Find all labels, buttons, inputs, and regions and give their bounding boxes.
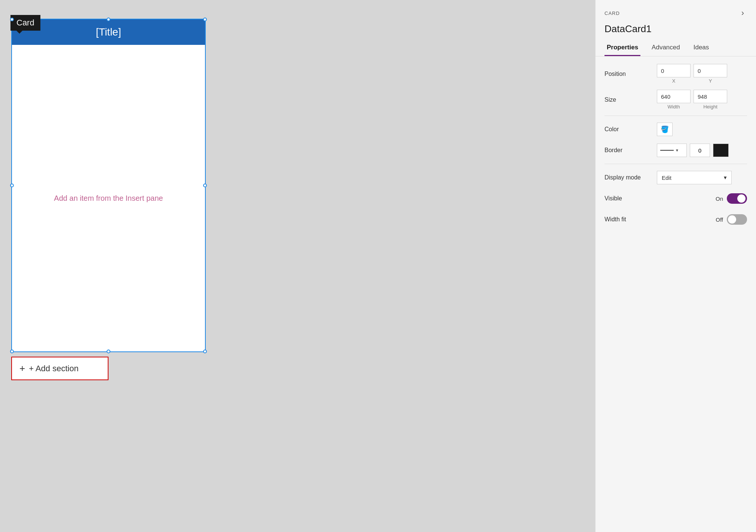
display-mode-chevron-icon: ▾	[724, 174, 727, 181]
size-controls: Width Height	[657, 90, 747, 110]
divider-1	[605, 116, 747, 116]
position-row: Position X Y	[605, 64, 747, 84]
position-x-input[interactable]	[657, 64, 691, 77]
size-width-label: Width	[657, 104, 691, 110]
card-title-bar: [Title]	[12, 19, 205, 45]
visible-label: Visible	[605, 195, 657, 202]
panel-component-name: DataCard1	[596, 22, 756, 40]
size-height-label: Height	[694, 104, 727, 110]
card-placeholder: Add an item from the Insert pane	[54, 194, 163, 203]
handle-mid-right[interactable]	[203, 184, 207, 187]
border-line-preview	[660, 150, 674, 151]
width-fit-controls: Off	[657, 214, 747, 225]
divider-2	[605, 164, 747, 164]
card-frame[interactable]: [Title] Add an item from the Insert pane	[11, 19, 206, 352]
width-fit-toggle-group: Off	[716, 214, 747, 225]
card-container: Card [Title] Add an item from the Insert…	[11, 19, 206, 380]
handle-bottom-left[interactable]	[10, 350, 14, 353]
visible-toggle-knob	[737, 194, 746, 203]
handle-bottom-center[interactable]	[107, 350, 110, 353]
border-label: Border	[605, 147, 657, 154]
right-panel: CARD › DataCard1 Properties Advanced Ide…	[595, 0, 756, 532]
border-chevron-icon: ▾	[676, 148, 678, 153]
position-controls: X Y	[657, 64, 747, 84]
tab-ideas[interactable]: Ideas	[691, 40, 711, 56]
position-x-group: X	[657, 64, 691, 84]
border-width-input[interactable]	[690, 144, 710, 157]
position-y-input[interactable]	[694, 64, 727, 77]
display-mode-label: Display mode	[605, 174, 657, 181]
width-fit-toggle-knob	[728, 215, 736, 224]
card-body: Add an item from the Insert pane	[12, 45, 205, 351]
color-row: Color 🪣	[605, 122, 747, 137]
width-fit-row: Width fit Off	[605, 212, 747, 227]
border-row: Border ▾	[605, 143, 747, 158]
size-height-group: Height	[694, 90, 727, 110]
position-y-label: Y	[694, 78, 727, 84]
size-width-input[interactable]	[657, 90, 691, 103]
canvas-area: Card [Title] Add an item from the Insert…	[0, 0, 595, 532]
width-fit-label: Width fit	[605, 216, 657, 223]
display-mode-select[interactable]: Edit ▾	[657, 171, 732, 184]
panel-card-type-label: CARD	[605, 10, 620, 16]
handle-bottom-right[interactable]	[203, 350, 207, 353]
position-x-label: X	[657, 78, 691, 84]
visible-toggle-group: On	[716, 193, 747, 204]
width-fit-state-label: Off	[716, 216, 723, 223]
color-controls: 🪣	[657, 123, 747, 136]
position-label: Position	[605, 71, 657, 77]
panel-tabs: Properties Advanced Ideas	[596, 40, 756, 56]
tab-advanced[interactable]: Advanced	[649, 40, 682, 56]
size-label: Size	[605, 96, 657, 103]
handle-top-center[interactable]	[107, 18, 110, 21]
add-section-plus-icon: +	[19, 363, 25, 374]
visible-controls: On	[657, 193, 747, 204]
card-title-text: [Title]	[96, 26, 121, 38]
display-mode-controls: Edit ▾	[657, 171, 747, 184]
panel-header: CARD ›	[596, 0, 756, 22]
tab-properties[interactable]: Properties	[605, 40, 640, 56]
display-mode-row: Display mode Edit ▾	[605, 170, 747, 185]
border-color-swatch[interactable]	[713, 144, 729, 157]
border-style-select[interactable]: ▾	[657, 144, 687, 157]
color-fill-icon: 🪣	[661, 125, 669, 133]
color-label: Color	[605, 126, 657, 133]
card-tooltip-label: Card	[10, 15, 40, 31]
size-row: Size Width Height	[605, 90, 747, 110]
handle-top-right[interactable]	[203, 18, 207, 21]
position-y-group: Y	[694, 64, 727, 84]
panel-close-button[interactable]: ›	[738, 7, 747, 19]
panel-content: Position X Y Size Width	[596, 56, 756, 532]
visible-toggle[interactable]	[727, 193, 747, 204]
visible-state-label: On	[716, 196, 723, 202]
width-fit-toggle[interactable]	[727, 214, 747, 225]
handle-mid-left[interactable]	[10, 184, 14, 187]
add-section-button[interactable]: + + Add section	[11, 357, 108, 380]
size-height-input[interactable]	[694, 90, 727, 103]
border-controls: ▾	[657, 144, 747, 157]
handle-top-left[interactable]	[10, 18, 14, 21]
visible-row: Visible On	[605, 191, 747, 206]
color-swatch-button[interactable]: 🪣	[657, 123, 673, 136]
add-section-label: + Add section	[29, 364, 79, 373]
size-width-group: Width	[657, 90, 691, 110]
display-mode-value: Edit	[662, 175, 671, 181]
